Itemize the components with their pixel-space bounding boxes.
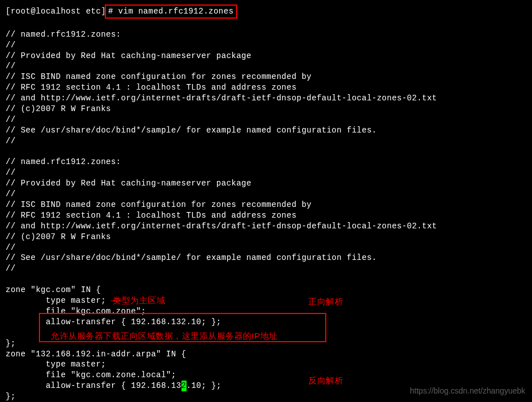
header-line: // named.rfc1912.zones: xyxy=(6,29,526,40)
header-line: // See /usr/share/doc/bind*/sample/ for … xyxy=(6,125,526,136)
header-line: // RFC 1912 section 4.1 : localhost TLDs… xyxy=(6,82,526,93)
header-line: // xyxy=(6,61,526,72)
header-line: // (c)2007 R W Franks xyxy=(6,104,526,114)
watermark: https://blog.csdn.net/zhangyuebk xyxy=(410,386,525,396)
header-line: // xyxy=(6,242,526,253)
header-line: // ISC BIND named zone configuration for… xyxy=(6,200,526,210)
header-line: // (c)2007 R W Franks xyxy=(6,232,526,242)
annotation-forward-resolve: 正向解析 xyxy=(308,296,343,307)
header-line: // xyxy=(6,189,526,200)
blank-line xyxy=(6,19,526,29)
file-header-block-2: // named.rfc1912.zones: // // Provided b… xyxy=(6,157,526,274)
annotation-allow-transfer: 允许从服务器下载正向区域数据，这里添从服务器的IP地址 xyxy=(51,330,278,342)
allow-pre: allow-transfer { 192.168.13 xyxy=(6,381,181,390)
header-line: // Provided by Red Hat caching-nameserve… xyxy=(6,51,526,61)
annotation-reverse-resolve: 反向解析 xyxy=(308,375,343,386)
allow-post: .10; }; xyxy=(187,381,221,390)
prompt-user-host: [root@localhost etc] xyxy=(6,7,106,16)
annotation-type-master: 类型为主区域 xyxy=(113,295,165,306)
header-line: // named.rfc1912.zones: xyxy=(6,157,526,167)
header-line: // RFC 1912 section 4.1 : localhost TLDs… xyxy=(6,210,526,221)
header-line: // xyxy=(6,167,526,178)
header-line: // Provided by Red Hat caching-nameserve… xyxy=(6,178,526,189)
blank-line xyxy=(6,274,526,285)
zone-type: type master; —— xyxy=(6,295,526,306)
zone-decl: zone "132.168.192.in-addr.arpa" IN { xyxy=(6,349,526,360)
blank-line xyxy=(6,147,526,157)
command-text: # vim named.rfc1912.zones xyxy=(108,7,234,16)
command-box: # vim named.rfc1912.zones xyxy=(105,5,237,19)
zone-allow-transfer: allow-transfer { 192.168.132.10; }; xyxy=(6,317,526,328)
header-line: // ISC BIND named zone configuration for… xyxy=(6,72,526,82)
header-line: // and http://www.ietf.org/internet-draf… xyxy=(6,93,526,104)
header-line: // xyxy=(6,263,526,274)
zone-decl: zone "kgc.com" IN { xyxy=(6,285,526,295)
cursor-block: 2 xyxy=(181,381,187,391)
header-line: // xyxy=(6,136,526,147)
header-line: // xyxy=(6,114,526,125)
prompt-line[interactable]: [root@localhost etc]# vim named.rfc1912.… xyxy=(6,5,526,19)
header-line: // and http://www.ietf.org/internet-draf… xyxy=(6,221,526,232)
header-line: // xyxy=(6,40,526,51)
zone-file: file "kgc.com.zone"; xyxy=(6,306,526,317)
zone-type-text: type master; xyxy=(6,296,106,305)
header-line: // See /usr/share/doc/bind*/sample/ for … xyxy=(6,253,526,263)
file-header-block-1: // named.rfc1912.zones: // // Provided b… xyxy=(6,29,526,147)
zone-type: type master; xyxy=(6,359,526,370)
zone-file: file "kgc.com.zone.local"; xyxy=(6,370,526,381)
